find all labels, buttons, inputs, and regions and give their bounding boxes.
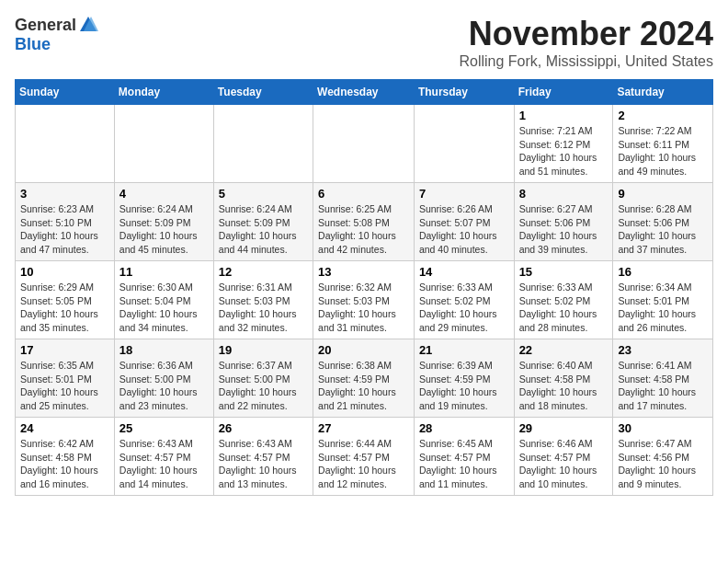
day-number: 13 (318, 265, 409, 279)
calendar-cell: 10Sunrise: 6:29 AM Sunset: 5:05 PM Dayli… (16, 261, 115, 339)
day-info: Sunrise: 6:40 AM Sunset: 4:58 PM Dayligh… (519, 359, 609, 413)
calendar-cell: 5Sunrise: 6:24 AM Sunset: 5:09 PM Daylig… (213, 183, 313, 261)
logo-icon (78, 15, 98, 35)
calendar-cell: 24Sunrise: 6:42 AM Sunset: 4:58 PM Dayli… (16, 418, 115, 496)
day-number: 19 (219, 343, 308, 357)
weekday-header-saturday: Saturday (613, 80, 713, 105)
day-info: Sunrise: 6:47 AM Sunset: 4:56 PM Dayligh… (618, 437, 708, 491)
calendar-cell: 21Sunrise: 6:39 AM Sunset: 4:59 PM Dayli… (414, 339, 514, 418)
calendar-cell: 6Sunrise: 6:25 AM Sunset: 5:08 PM Daylig… (313, 183, 415, 261)
day-info: Sunrise: 6:38 AM Sunset: 4:59 PM Dayligh… (318, 359, 409, 413)
calendar-cell: 29Sunrise: 6:46 AM Sunset: 4:57 PM Dayli… (514, 418, 613, 496)
weekday-header-sunday: Sunday (16, 80, 115, 105)
calendar-week-row: 10Sunrise: 6:29 AM Sunset: 5:05 PM Dayli… (16, 261, 713, 339)
calendar-cell: 28Sunrise: 6:45 AM Sunset: 4:57 PM Dayli… (414, 418, 514, 496)
day-info: Sunrise: 6:43 AM Sunset: 4:57 PM Dayligh… (119, 437, 209, 491)
weekday-header-tuesday: Tuesday (213, 80, 313, 105)
weekday-header-monday: Monday (114, 80, 213, 105)
day-number: 4 (119, 187, 209, 201)
day-number: 23 (618, 343, 708, 357)
day-info: Sunrise: 6:27 AM Sunset: 5:06 PM Dayligh… (519, 202, 609, 257)
day-info: Sunrise: 6:43 AM Sunset: 4:57 PM Dayligh… (219, 437, 308, 491)
title-area: November 2024 Rolling Fork, Mississippi,… (459, 15, 713, 70)
day-info: Sunrise: 6:46 AM Sunset: 4:57 PM Dayligh… (519, 437, 609, 491)
day-number: 27 (318, 421, 409, 435)
day-number: 28 (419, 421, 509, 435)
calendar-cell: 3Sunrise: 6:23 AM Sunset: 5:10 PM Daylig… (16, 183, 115, 261)
weekday-header-friday: Friday (514, 80, 613, 105)
day-number: 24 (20, 421, 109, 435)
day-info: Sunrise: 6:35 AM Sunset: 5:01 PM Dayligh… (20, 359, 109, 413)
day-number: 21 (419, 343, 509, 357)
day-number: 2 (618, 109, 708, 122)
calendar-cell: 13Sunrise: 6:32 AM Sunset: 5:03 PM Dayli… (313, 261, 415, 339)
day-info: Sunrise: 7:22 AM Sunset: 6:11 PM Dayligh… (618, 124, 708, 178)
day-number: 20 (318, 343, 409, 357)
calendar-cell: 22Sunrise: 6:40 AM Sunset: 4:58 PM Dayli… (514, 339, 613, 418)
day-number: 30 (618, 421, 708, 435)
calendar-cell: 25Sunrise: 6:43 AM Sunset: 4:57 PM Dayli… (114, 418, 213, 496)
day-info: Sunrise: 7:21 AM Sunset: 6:12 PM Dayligh… (519, 124, 609, 178)
logo: General Blue (15, 15, 98, 54)
day-info: Sunrise: 6:37 AM Sunset: 5:00 PM Dayligh… (219, 359, 308, 413)
day-number: 15 (519, 265, 609, 279)
month-title: November 2024 (459, 15, 713, 53)
calendar-cell: 12Sunrise: 6:31 AM Sunset: 5:03 PM Dayli… (213, 261, 313, 339)
day-info: Sunrise: 6:25 AM Sunset: 5:08 PM Dayligh… (318, 202, 409, 257)
day-info: Sunrise: 6:32 AM Sunset: 5:03 PM Dayligh… (318, 281, 409, 335)
day-number: 18 (119, 343, 209, 357)
calendar-cell: 17Sunrise: 6:35 AM Sunset: 5:01 PM Dayli… (16, 339, 115, 418)
day-info: Sunrise: 6:34 AM Sunset: 5:01 PM Dayligh… (618, 281, 708, 335)
calendar-cell: 9Sunrise: 6:28 AM Sunset: 5:06 PM Daylig… (613, 183, 713, 261)
day-info: Sunrise: 6:26 AM Sunset: 5:07 PM Dayligh… (419, 202, 509, 257)
day-info: Sunrise: 6:33 AM Sunset: 5:02 PM Dayligh… (419, 281, 509, 335)
day-number: 9 (618, 187, 708, 201)
calendar-cell: 16Sunrise: 6:34 AM Sunset: 5:01 PM Dayli… (613, 261, 713, 339)
day-info: Sunrise: 6:24 AM Sunset: 5:09 PM Dayligh… (219, 202, 308, 257)
calendar-week-row: 1Sunrise: 7:21 AM Sunset: 6:12 PM Daylig… (16, 105, 713, 183)
day-info: Sunrise: 6:23 AM Sunset: 5:10 PM Dayligh… (20, 202, 109, 257)
day-number: 25 (119, 421, 209, 435)
day-info: Sunrise: 6:24 AM Sunset: 5:09 PM Dayligh… (119, 202, 209, 257)
calendar-cell: 14Sunrise: 6:33 AM Sunset: 5:02 PM Dayli… (414, 261, 514, 339)
calendar-table: SundayMondayTuesdayWednesdayThursdayFrid… (15, 79, 713, 496)
calendar-cell: 7Sunrise: 6:26 AM Sunset: 5:07 PM Daylig… (414, 183, 514, 261)
calendar-week-row: 17Sunrise: 6:35 AM Sunset: 5:01 PM Dayli… (16, 339, 713, 418)
weekday-header-thursday: Thursday (414, 80, 514, 105)
calendar-cell (16, 105, 115, 183)
day-number: 26 (219, 421, 308, 435)
day-number: 7 (419, 187, 509, 201)
day-info: Sunrise: 6:44 AM Sunset: 4:57 PM Dayligh… (318, 437, 409, 491)
day-info: Sunrise: 6:30 AM Sunset: 5:04 PM Dayligh… (119, 281, 209, 335)
day-number: 3 (20, 187, 109, 201)
calendar-cell: 8Sunrise: 6:27 AM Sunset: 5:06 PM Daylig… (514, 183, 613, 261)
calendar-cell (114, 105, 213, 183)
calendar-cell (414, 105, 514, 183)
calendar-cell (213, 105, 313, 183)
calendar-cell: 26Sunrise: 6:43 AM Sunset: 4:57 PM Dayli… (213, 418, 313, 496)
day-info: Sunrise: 6:41 AM Sunset: 4:58 PM Dayligh… (618, 359, 708, 413)
day-number: 22 (519, 343, 609, 357)
day-number: 11 (119, 265, 209, 279)
day-info: Sunrise: 6:36 AM Sunset: 5:00 PM Dayligh… (119, 359, 209, 413)
calendar-cell: 4Sunrise: 6:24 AM Sunset: 5:09 PM Daylig… (114, 183, 213, 261)
day-info: Sunrise: 6:28 AM Sunset: 5:06 PM Dayligh… (618, 202, 708, 257)
location-title: Rolling Fork, Mississippi, United States (459, 53, 713, 70)
day-info: Sunrise: 6:31 AM Sunset: 5:03 PM Dayligh… (219, 281, 308, 335)
calendar-cell: 1Sunrise: 7:21 AM Sunset: 6:12 PM Daylig… (514, 105, 613, 183)
logo-general: General (15, 16, 76, 35)
header: General Blue November 2024 Rolling Fork,… (15, 15, 713, 70)
day-number: 29 (519, 421, 609, 435)
weekday-header-wednesday: Wednesday (313, 80, 415, 105)
calendar-cell: 11Sunrise: 6:30 AM Sunset: 5:04 PM Dayli… (114, 261, 213, 339)
calendar-cell: 15Sunrise: 6:33 AM Sunset: 5:02 PM Dayli… (514, 261, 613, 339)
day-info: Sunrise: 6:33 AM Sunset: 5:02 PM Dayligh… (519, 281, 609, 335)
day-info: Sunrise: 6:29 AM Sunset: 5:05 PM Dayligh… (20, 281, 109, 335)
calendar-cell: 2Sunrise: 7:22 AM Sunset: 6:11 PM Daylig… (613, 105, 713, 183)
calendar-cell: 23Sunrise: 6:41 AM Sunset: 4:58 PM Dayli… (613, 339, 713, 418)
day-number: 16 (618, 265, 708, 279)
calendar-body: 1Sunrise: 7:21 AM Sunset: 6:12 PM Daylig… (16, 105, 713, 496)
calendar-week-row: 3Sunrise: 6:23 AM Sunset: 5:10 PM Daylig… (16, 183, 713, 261)
day-number: 12 (219, 265, 308, 279)
calendar-cell: 18Sunrise: 6:36 AM Sunset: 5:00 PM Dayli… (114, 339, 213, 418)
